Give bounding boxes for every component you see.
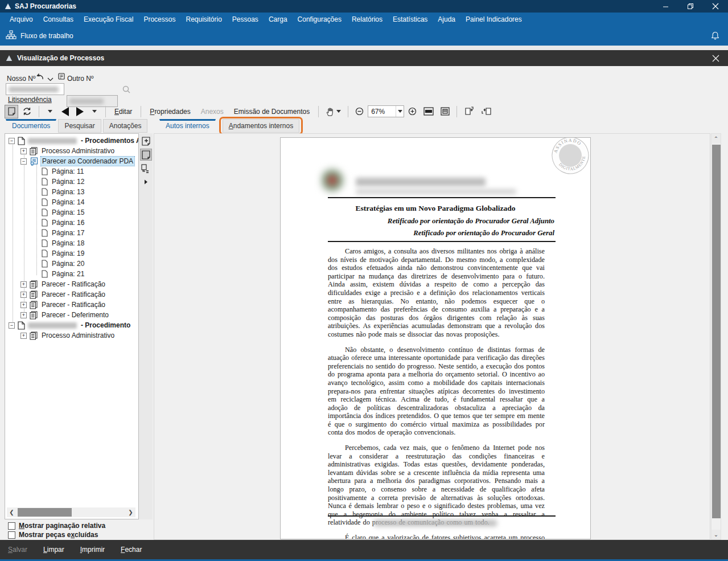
- close-icon[interactable]: [703, 0, 728, 13]
- tree-node-label[interactable]: Página: 17: [51, 228, 85, 237]
- fit-width-icon[interactable]: [421, 105, 437, 118]
- expand-icon[interactable]: +: [20, 312, 27, 318]
- nosso-numero-input[interactable]: [6, 83, 64, 95]
- tree-node-label[interactable]: Parecer - Ratificação: [40, 300, 106, 309]
- tree-node-label[interactable]: Parecer - Deferimento: [40, 310, 110, 320]
- tree-node-label[interactable]: Página: 12: [51, 177, 85, 186]
- tree-node-label[interactable]: Parecer ao Coordenador PDA: [41, 157, 134, 166]
- tree-node[interactable]: +Processo Administrativo: [5, 330, 138, 341]
- tree-node-label[interactable]: - Procedimentos Ad: [80, 136, 139, 145]
- litispendencia-link[interactable]: Litispendência: [8, 96, 52, 104]
- tree-node-label[interactable]: Página: 21: [51, 269, 85, 279]
- tree-node-label[interactable]: Página: 11: [51, 167, 85, 176]
- mostrar-pecas-label[interactable]: Mostrar peças excluídas: [19, 531, 98, 539]
- mostrar-paginacao-checkbox[interactable]: [8, 522, 15, 530]
- tree-horizontal-scrollbar[interactable]: ❮ ❯: [7, 507, 135, 517]
- tree-node-label[interactable]: Página: 15: [51, 208, 85, 217]
- scroll-right-icon[interactable]: ❯: [126, 509, 135, 515]
- tree-node[interactable]: +Parecer - Ratificação: [5, 279, 138, 289]
- menu-item-requisitorio[interactable]: Requisitório: [180, 13, 227, 26]
- previous-document-button[interactable]: [58, 105, 72, 118]
- next-document-button[interactable]: [73, 105, 87, 118]
- hand-tool-button[interactable]: [323, 105, 344, 118]
- menu-item-painel-indicadores[interactable]: Painel Indicadores: [460, 13, 527, 26]
- zoom-dropdown-icon[interactable]: [396, 106, 404, 117]
- menu-item-ajuda[interactable]: Ajuda: [433, 13, 460, 26]
- zoom-level-select[interactable]: 67%: [368, 105, 404, 117]
- menu-item-estatisticas[interactable]: Estatísticas: [388, 13, 433, 26]
- tree-node-label[interactable]: Página: 19: [51, 249, 85, 258]
- tree-node[interactable]: Página: 16: [5, 218, 138, 228]
- tree-node-label[interactable]: Página: 20: [51, 259, 85, 268]
- menu-item-carga[interactable]: Carga: [264, 13, 293, 26]
- document-view-button[interactable]: [5, 105, 18, 118]
- menu-item-processos[interactable]: Processos: [138, 13, 180, 26]
- tree-node[interactable]: Página: 11: [5, 166, 138, 177]
- editar-button[interactable]: Editar: [110, 108, 137, 116]
- limpar-button[interactable]: Limpar: [43, 546, 64, 554]
- tab-documentos[interactable]: Documentos: [6, 119, 56, 133]
- menu-item-relatorios[interactable]: Relatórios: [347, 13, 388, 26]
- tree-node-label[interactable]: Página: 18: [51, 239, 85, 248]
- collapse-icon[interactable]: −: [9, 322, 15, 329]
- workflow-button[interactable]: Fluxo de trabalho: [0, 27, 79, 45]
- document-page[interactable]: ASSINADO DIGITALMENTE Estratégias em um …: [280, 137, 591, 539]
- tab-pesquisar[interactable]: Pesquisar: [58, 119, 101, 133]
- expand-icon[interactable]: +: [20, 148, 27, 154]
- tree-node[interactable]: Página: 12: [5, 177, 138, 187]
- expand-icon[interactable]: +: [20, 333, 27, 339]
- document-structure-icon[interactable]: [140, 162, 152, 174]
- zoom-out-icon[interactable]: [352, 105, 367, 118]
- tree-node-label[interactable]: Página: 16: [51, 218, 85, 227]
- tree-node-label[interactable]: Parecer - Ratificação: [40, 290, 106, 299]
- tree-node[interactable]: +Parecer - Ratificação: [5, 289, 138, 300]
- collapse-icon[interactable]: −: [20, 158, 27, 165]
- fit-page-icon[interactable]: [438, 105, 453, 118]
- menu-item-consultas[interactable]: Consultas: [38, 13, 79, 26]
- restore-icon[interactable]: [678, 0, 703, 13]
- refresh-icon[interactable]: [19, 105, 35, 118]
- tree-node[interactable]: Página: 13: [5, 187, 138, 197]
- mostrar-pecas-checkbox[interactable]: [8, 531, 15, 539]
- tab-autos-internos[interactable]: Autos internos: [159, 119, 216, 133]
- tree-node[interactable]: Página: 15: [5, 207, 138, 218]
- scroll-left-icon[interactable]: ❮: [7, 509, 17, 515]
- expand-icon[interactable]: +: [20, 292, 27, 298]
- prev-dropdown-icon[interactable]: [43, 105, 57, 118]
- tree-node-label[interactable]: Página: 13: [51, 187, 85, 196]
- tree-node[interactable]: Página: 21: [5, 269, 138, 279]
- tree-node[interactable]: Página: 18: [5, 238, 138, 248]
- undo-icon[interactable]: [35, 73, 44, 82]
- tree-node[interactable]: −- Procedimento: [5, 320, 138, 330]
- tree-node[interactable]: Página: 20: [5, 259, 138, 269]
- tree-node[interactable]: Página: 14: [5, 197, 138, 207]
- scrollbar-thumb[interactable]: [712, 145, 721, 518]
- tree-node[interactable]: +Parecer - Deferimento: [5, 310, 138, 320]
- menu-item-pessoas[interactable]: Pessoas: [227, 13, 264, 26]
- tree-node-label[interactable]: Parecer - Ratificação: [40, 280, 106, 289]
- propriedades-button[interactable]: Propriedades: [145, 108, 195, 116]
- scroll-up-icon[interactable]: ⌃: [711, 134, 721, 144]
- next-dropdown-icon[interactable]: [88, 105, 101, 118]
- mostrar-paginacao-label[interactable]: Mostrar paginação relativa: [19, 522, 105, 530]
- tree-node[interactable]: −Parecer ao Coordenador PDA: [5, 156, 138, 166]
- expand-icon[interactable]: +: [20, 281, 27, 288]
- menu-item-arquivo[interactable]: Arquivo: [5, 13, 38, 26]
- tab-andamentos-internos[interactable]: Andamentos internos: [223, 119, 299, 133]
- add-document-icon[interactable]: [140, 135, 152, 147]
- tree-node[interactable]: +Processo Administrativo: [5, 146, 138, 156]
- imprimir-button[interactable]: Imprimir: [80, 546, 105, 554]
- zoom-in-icon[interactable]: [405, 105, 419, 118]
- scroll-down-icon[interactable]: ⌄: [711, 530, 721, 539]
- collapse-icon[interactable]: −: [9, 138, 15, 144]
- viewer-close-icon[interactable]: [709, 52, 722, 64]
- emissao-documentos-button[interactable]: Emissão de Documentos: [229, 108, 314, 116]
- receive-pages-icon[interactable]: [479, 105, 495, 118]
- tree-node[interactable]: +Parecer - Ratificação: [5, 300, 138, 310]
- menu-item-execucao-fiscal[interactable]: Execução Fiscal: [79, 13, 138, 26]
- scrollbar-thumb[interactable]: [18, 508, 72, 517]
- tree-node[interactable]: Página: 19: [5, 248, 138, 259]
- tab-anotacoes[interactable]: Anotações: [103, 119, 148, 133]
- send-pages-icon[interactable]: [461, 105, 478, 118]
- search-icon[interactable]: [122, 85, 131, 96]
